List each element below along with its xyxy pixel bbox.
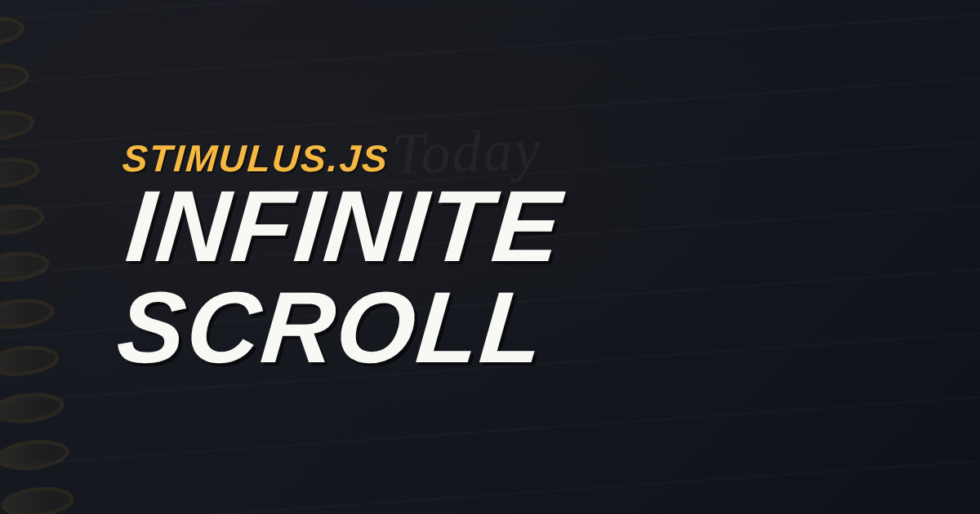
hero-content: STIMULUS.JS INFINITE SCROLL bbox=[0, 0, 980, 514]
hero-title: INFINITE SCROLL bbox=[114, 175, 980, 378]
